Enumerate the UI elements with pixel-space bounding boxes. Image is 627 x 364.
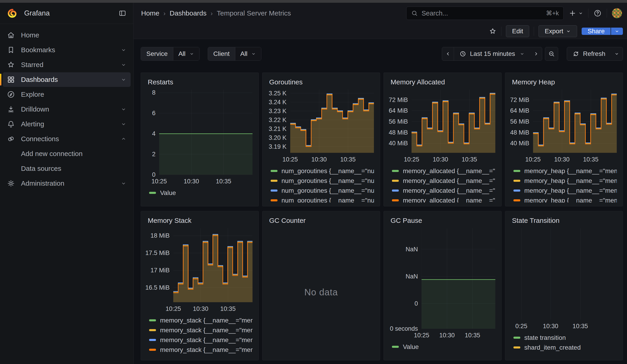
share-menu-button[interactable] bbox=[611, 28, 623, 35]
legend-item[interactable]: memory_allocated {__name__="memo bbox=[392, 186, 495, 196]
legend-item[interactable]: memory_stack {__name__="memory_s bbox=[149, 325, 253, 335]
sidebar-item-label: Add new connection bbox=[21, 150, 83, 157]
chevron-down-icon[interactable] bbox=[121, 77, 127, 83]
legend-item[interactable]: memory_heap {__name__="memory_h bbox=[514, 166, 617, 176]
favorite-star-button[interactable] bbox=[489, 27, 497, 35]
share-button[interactable]: Share bbox=[582, 28, 611, 35]
panel-title-gc-pause[interactable]: GC Pause bbox=[391, 217, 495, 224]
search-input[interactable]: Search... ⌘+k bbox=[406, 7, 564, 20]
legend-series-marker bbox=[271, 199, 277, 201]
legend-series-marker bbox=[392, 346, 399, 348]
sidebar-item-starred[interactable]: Starred bbox=[3, 57, 131, 72]
star-icon bbox=[489, 27, 497, 35]
plot-area bbox=[173, 228, 253, 302]
user-avatar[interactable] bbox=[612, 8, 622, 18]
legend-item[interactable]: memory_allocated {__name__="memo bbox=[392, 166, 495, 176]
legend-item[interactable]: memory_stack {__name__="memory_s bbox=[149, 345, 253, 355]
legend-item[interactable]: Value bbox=[392, 342, 495, 352]
share-button-group: Share bbox=[582, 28, 623, 35]
sidebar-item-home[interactable]: Home bbox=[3, 28, 131, 42]
breadcrumb-dashboards[interactable]: Dashboards bbox=[170, 9, 207, 17]
panel-title-memory-allocated[interactable]: Memory Allocated bbox=[391, 78, 495, 86]
export-button[interactable]: Export bbox=[538, 25, 577, 37]
legend-item[interactable]: memory_heap {__name__="memory_h bbox=[514, 176, 617, 186]
no-data-message: No data bbox=[268, 228, 374, 357]
variable-service-value: All bbox=[178, 50, 185, 57]
chevron-down-icon[interactable] bbox=[121, 180, 127, 186]
variable-client-dropdown[interactable]: Client All bbox=[208, 47, 261, 61]
legend-item[interactable]: memory_allocated {__name__="memo bbox=[392, 176, 495, 186]
question-icon bbox=[593, 9, 602, 17]
zoom-out-button[interactable] bbox=[545, 47, 558, 61]
legend-item[interactable]: memory_stack {__name__="memory_s bbox=[149, 335, 253, 345]
legend-item[interactable]: state transition bbox=[514, 333, 617, 343]
sidebar-toggle-button[interactable] bbox=[119, 9, 126, 17]
panel-title-memory-heap[interactable]: Memory Heap bbox=[512, 78, 617, 86]
legend-series-marker bbox=[514, 190, 520, 192]
sidebar-item-add-new-connection[interactable]: Add new connection bbox=[3, 146, 131, 161]
dashboard-toolbar: Edit Export Share bbox=[134, 24, 627, 39]
y-tick-label: 3.25 K bbox=[268, 90, 286, 97]
legend-item[interactable]: num_goroutines {__name__="num_go bbox=[271, 186, 374, 196]
sidebar-item-label: Data sources bbox=[21, 165, 61, 172]
legend-item[interactable]: Value bbox=[149, 188, 253, 198]
window-top-strip bbox=[0, 0, 627, 3]
chevron-down-icon[interactable] bbox=[121, 47, 127, 53]
chevron-down-icon[interactable] bbox=[121, 121, 127, 127]
y-tick-label: 48 MiB bbox=[389, 129, 408, 136]
x-tick-label: 10:30 bbox=[433, 156, 448, 163]
panel-title-memory-stack[interactable]: Memory Stack bbox=[148, 217, 253, 224]
legend-item[interactable]: num_goroutines {__name__="num_go bbox=[271, 166, 374, 176]
legend-series-label: memory_heap {__name__="memory_h bbox=[524, 187, 617, 194]
home-icon bbox=[7, 31, 15, 39]
y-axis: NaNNaN00 seconds bbox=[390, 228, 421, 340]
x-tick-label: 10:30 bbox=[554, 156, 570, 163]
y-tick-label: 18 MiB bbox=[151, 232, 170, 239]
sidebar-item-data-sources[interactable]: Data sources bbox=[3, 161, 131, 176]
legend-series-label: Value bbox=[160, 189, 176, 197]
panel-title-goroutines[interactable]: Goroutines bbox=[269, 78, 374, 86]
add-button[interactable] bbox=[569, 9, 583, 17]
refresh-interval-button[interactable] bbox=[611, 47, 623, 60]
panel-legend: memory_allocated {__name__="memomemory_a… bbox=[392, 164, 495, 203]
variable-service-dropdown[interactable]: Service All bbox=[141, 47, 200, 61]
refresh-icon bbox=[573, 51, 579, 57]
sidebar-item-connections[interactable]: Connections bbox=[3, 132, 131, 146]
breadcrumb-home[interactable]: Home bbox=[141, 9, 159, 17]
sidebar-item-dashboards[interactable]: Dashboards bbox=[3, 72, 131, 87]
refresh-button[interactable]: Refresh bbox=[567, 47, 611, 60]
variable-client-value: All bbox=[240, 50, 247, 57]
sidebar-item-bookmarks[interactable]: Bookmarks bbox=[3, 43, 131, 57]
sidebar-item-alerting[interactable]: Alerting bbox=[3, 117, 131, 131]
panel-title-state-transition[interactable]: State Transition bbox=[512, 217, 617, 224]
chevron-down-icon[interactable] bbox=[121, 62, 127, 68]
x-axis: 10:2510:3010:35 bbox=[159, 175, 253, 186]
variable-client-label: Client bbox=[208, 47, 235, 60]
time-range-picker[interactable]: Last 15 minutes bbox=[454, 47, 530, 60]
export-label: Export bbox=[545, 28, 563, 35]
legend-item[interactable]: memory_heap {__name__="memory_h bbox=[514, 186, 617, 196]
legend-item[interactable]: memory_allocated {__name__="memo bbox=[392, 196, 495, 203]
sidebar-item-administration[interactable]: Administration bbox=[3, 176, 131, 191]
x-tick-label: 10:25 bbox=[165, 305, 181, 312]
sidebar-item-explore[interactable]: Explore bbox=[3, 87, 131, 102]
edit-button[interactable]: Edit bbox=[506, 25, 529, 37]
time-shift-back-button[interactable] bbox=[442, 47, 454, 60]
help-button[interactable] bbox=[593, 9, 602, 17]
chevron-down-icon[interactable] bbox=[121, 106, 127, 112]
plot-area bbox=[159, 90, 253, 175]
y-tick-label: 8 bbox=[152, 89, 156, 96]
legend-item[interactable]: memory_stack {__name__="memory_s bbox=[149, 315, 253, 325]
legend-item[interactable]: shard_item_created bbox=[514, 343, 617, 352]
panel-title-gc-counter[interactable]: GC Counter bbox=[269, 217, 374, 224]
top-nav-bar: Grafana Home › Dashboards › Temporal Ser… bbox=[0, 3, 627, 24]
legend-item[interactable]: memory_heap {__name__="memory_h bbox=[514, 196, 617, 203]
legend-series-label: memory_stack {__name__="memory_s bbox=[160, 346, 253, 354]
legend-item[interactable]: num_goroutines {__name__="num_go bbox=[271, 196, 374, 203]
sidebar-item-drilldown[interactable]: Drilldown bbox=[3, 102, 131, 116]
panel-title-restarts[interactable]: Restarts bbox=[148, 78, 253, 86]
time-shift-forward-button[interactable] bbox=[530, 47, 542, 60]
y-tick-label: 17 MiB bbox=[151, 267, 170, 274]
chevron-up-icon[interactable] bbox=[121, 136, 127, 142]
legend-item[interactable]: num_goroutines {__name__="num_go bbox=[271, 176, 374, 186]
